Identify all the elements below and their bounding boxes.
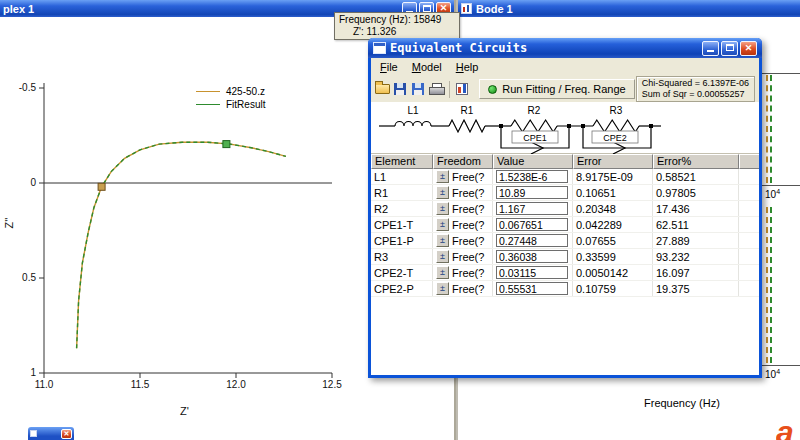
run-fitting-button[interactable]: Run Fitting / Freq. Range — [479, 79, 635, 99]
dialog-titlebar[interactable]: Equivalent Circuits ✕ — [368, 38, 762, 58]
range-marker-high[interactable] — [223, 141, 230, 148]
print-button[interactable] — [428, 79, 445, 99]
dialog-close-button[interactable]: ✕ — [740, 41, 757, 56]
bode-axis-upper — [762, 185, 800, 186]
dialog-minimize-button[interactable] — [702, 41, 719, 56]
table-row[interactable]: CPE2-T ±Free(? 0.03115 0.0050142 16.097 — [371, 265, 759, 281]
freedom-toggle-button[interactable]: ± — [436, 218, 449, 231]
value-cell: 0.03115 — [493, 265, 573, 280]
complex-window-title: plex 1 — [3, 3, 34, 15]
value-cell: 10.89 — [493, 185, 573, 200]
x-tick-label: 12.5 — [317, 379, 347, 390]
header-filler — [739, 154, 759, 169]
bode-fit-curve-fragment — [770, 207, 772, 363]
freedom-toggle-button[interactable]: ± — [436, 234, 449, 247]
legend-entry: FitResult — [196, 98, 265, 111]
freedom-cell: ±Free(? — [433, 169, 493, 184]
circuit-label-cpe1: CPE1 — [523, 133, 547, 143]
toolbar-separator — [449, 81, 450, 98]
menu-help[interactable]: Help — [449, 60, 486, 74]
freedom-value: Free(? — [452, 283, 484, 295]
table-row[interactable]: R1 ±Free(? 10.89 0.10651 0.97805 — [371, 185, 759, 201]
background-window-titlebar[interactable]: ✕ — [28, 427, 74, 440]
bode-window-icon — [461, 3, 472, 14]
error-cell: 0.20348 — [573, 201, 653, 216]
freedom-toggle-button[interactable]: ± — [436, 266, 449, 279]
freedom-cell: ±Free(? — [433, 233, 493, 248]
dialog-maximize-button[interactable] — [721, 41, 738, 56]
element-cell: CPE2-P — [371, 281, 433, 296]
element-cell: CPE1-T — [371, 217, 433, 232]
table-row[interactable]: R2 ±Free(? 1.167 0.20348 17.436 — [371, 201, 759, 217]
circuit-label-l1: L1 — [407, 105, 419, 116]
equivalent-circuits-dialog: Equivalent Circuits ✕ File Model Help — [368, 38, 762, 378]
legend-label: FitResult — [226, 99, 265, 110]
freedom-toggle-button[interactable]: ± — [436, 250, 449, 263]
value-input[interactable]: 0.03115 — [496, 266, 568, 279]
freedom-cell: ±Free(? — [433, 265, 493, 280]
table-row[interactable]: CPE1-T ±Free(? 0.067651 0.042289 62.511 — [371, 217, 759, 233]
value-input[interactable]: 0.36038 — [496, 250, 568, 263]
circuit-label-r3: R3 — [610, 105, 623, 116]
dialog-toolbar: Run Fitting / Freq. Range Chi-Squared = … — [371, 76, 759, 102]
error-pct-cell: 27.889 — [653, 233, 739, 248]
freedom-cell: ±Free(? — [433, 217, 493, 232]
value-input[interactable]: 0.067651 — [496, 218, 568, 231]
run-fitting-label: Run Fitting / Freq. Range — [502, 83, 626, 95]
value-cell: 0.27448 — [493, 233, 573, 248]
error-cell: 0.10651 — [573, 185, 653, 200]
table-row[interactable]: R3 ±Free(? 0.36038 0.33599 93.232 — [371, 249, 759, 265]
value-input[interactable]: 0.27448 — [496, 234, 568, 247]
circuit-diagram: L1 R1 R2 R3 CPE1 CPE2 — [371, 102, 759, 154]
header-element[interactable]: Element — [371, 154, 433, 169]
table-row[interactable]: CPE2-P ±Free(? 0.55531 0.10759 19.375 — [371, 281, 759, 297]
range-marker-low[interactable] — [98, 183, 105, 190]
bode-titlebar[interactable]: Bode 1 — [458, 0, 800, 17]
chi-squared-value: Chi-Squared = 6.1397E-06 — [642, 78, 749, 89]
freedom-toggle-button[interactable]: ± — [436, 170, 449, 183]
legend-label: 425-50.z — [226, 86, 265, 97]
menu-file[interactable]: File — [373, 60, 405, 74]
print-icon — [429, 83, 443, 95]
value-input[interactable]: 10.89 — [496, 186, 568, 199]
error-cell: 0.07655 — [573, 233, 653, 248]
dialog-title: Equivalent Circuits — [390, 41, 527, 55]
open-file-button[interactable] — [374, 79, 391, 99]
freedom-cell: ±Free(? — [433, 249, 493, 264]
save-button[interactable] — [392, 79, 409, 99]
element-cell: R3 — [371, 249, 433, 264]
circuit-diagram-panel[interactable]: L1 R1 R2 R3 CPE1 CPE2 — [371, 102, 759, 154]
freedom-toggle-button[interactable]: ± — [436, 202, 449, 215]
header-freedom[interactable]: Freedom — [433, 154, 493, 169]
value-input[interactable]: 1.167 — [496, 202, 568, 215]
circuit-label-r1: R1 — [461, 105, 474, 116]
freedom-value: Free(? — [452, 235, 484, 247]
freedom-toggle-button[interactable]: ± — [436, 186, 449, 199]
fit-curve — [77, 142, 286, 348]
freedom-toggle-button[interactable]: ± — [436, 282, 449, 295]
error-cell: 0.0050142 — [573, 265, 653, 280]
value-cell: 0.067651 — [493, 217, 573, 232]
header-error-pct[interactable]: Error% — [653, 154, 739, 169]
chart-icon — [456, 83, 468, 95]
x-axis-label: Z' — [180, 405, 189, 417]
error-cell: 0.042289 — [573, 217, 653, 232]
close-button[interactable]: ✕ — [61, 429, 72, 439]
value-cell: 1.5238E-6 — [493, 169, 573, 184]
menu-model[interactable]: Model — [405, 60, 449, 74]
x-tick-label: 12.0 — [221, 379, 251, 390]
save-as-button[interactable] — [410, 79, 427, 99]
data-curve — [77, 142, 286, 348]
element-cell: CPE1-P — [371, 233, 433, 248]
bode-window-title: Bode 1 — [476, 3, 513, 15]
error-pct-cell: 17.436 — [653, 201, 739, 216]
table-row[interactable]: CPE1-P ±Free(? 0.27448 0.07655 27.889 — [371, 233, 759, 249]
value-input[interactable]: 0.55531 — [496, 282, 568, 295]
header-error[interactable]: Error — [573, 154, 653, 169]
header-value[interactable]: Value — [493, 154, 573, 169]
value-input[interactable]: 1.5238E-6 — [496, 170, 568, 183]
copy-graph-button[interactable] — [453, 79, 470, 99]
legend-entry: 425-50.z — [196, 85, 265, 98]
freedom-value: Free(? — [452, 187, 484, 199]
table-row[interactable]: L1 ±Free(? 1.5238E-6 8.9175E-09 0.58521 — [371, 169, 759, 185]
